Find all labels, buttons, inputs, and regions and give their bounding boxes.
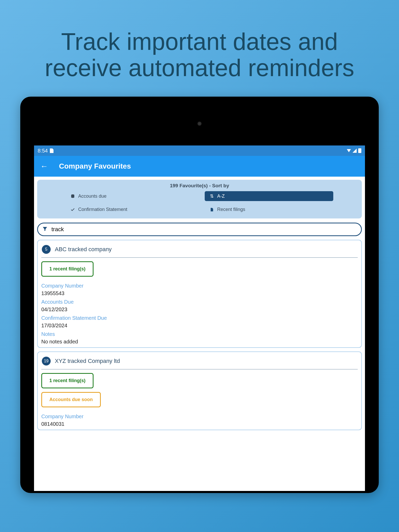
hero-headline: Track important dates and receive automa… bbox=[0, 0, 399, 97]
confirmation-due-value: 17/03/2024 bbox=[41, 323, 358, 329]
filter-input[interactable] bbox=[51, 226, 357, 233]
company-number-value: 08140031 bbox=[41, 421, 358, 427]
sort-panel: 199 Favourite(s) - Sort by Accounts due … bbox=[37, 180, 362, 218]
notes-value: No notes added bbox=[41, 339, 358, 345]
recent-filings-chip[interactable]: 1 recent filing(s) bbox=[41, 261, 94, 277]
recent-filings-chip[interactable]: 1 recent filing(s) bbox=[41, 373, 94, 388]
status-time: 8:54 bbox=[38, 148, 48, 154]
filings-count-badge: 19 bbox=[42, 357, 51, 365]
company-number-value: 13955543 bbox=[41, 290, 358, 296]
accounts-due-label: Accounts Due bbox=[41, 299, 358, 305]
file-icon bbox=[209, 207, 215, 212]
filings-count-badge: 5 bbox=[42, 245, 51, 254]
company-card[interactable]: 19 XYZ tracked Company ltd 1 recent fili… bbox=[37, 351, 362, 430]
confirmation-due-label: Confirmation Statement Due bbox=[41, 315, 358, 321]
sort-confirmation[interactable]: Confirmation Statement bbox=[66, 205, 194, 214]
sort-confirmation-label: Confirmation Statement bbox=[78, 207, 127, 212]
notes-label: Notes bbox=[41, 331, 358, 337]
company-number-label: Company Number bbox=[41, 414, 358, 420]
company-name: XYZ tracked Company ltd bbox=[55, 358, 120, 364]
filter-row[interactable] bbox=[37, 223, 362, 236]
appbar: ← Company Favourites bbox=[34, 156, 365, 177]
sort-accounts-due-label: Accounts due bbox=[78, 194, 107, 199]
company-name: ABC tracked company bbox=[55, 246, 112, 253]
battery-icon bbox=[358, 148, 361, 153]
sort-az-label: A-Z bbox=[217, 194, 225, 199]
sort-accounts-due[interactable]: Accounts due bbox=[66, 191, 194, 201]
tablet-camera bbox=[197, 122, 202, 126]
sort-recent-filings[interactable]: Recent filings bbox=[205, 205, 333, 214]
sort-recent-label: Recent filings bbox=[217, 207, 245, 212]
tablet-frame: 8:54 ← Company Favourites 199 Favourite(… bbox=[20, 97, 379, 493]
sdcard-icon bbox=[50, 148, 54, 153]
filter-icon bbox=[42, 226, 48, 233]
back-arrow-icon[interactable]: ← bbox=[40, 162, 48, 170]
wifi-icon bbox=[347, 149, 351, 152]
check-icon bbox=[70, 207, 76, 212]
page-title: Company Favourites bbox=[59, 162, 131, 170]
accounts-due-soon-chip[interactable]: Accounts due soon bbox=[41, 392, 101, 407]
stack-icon bbox=[70, 194, 76, 198]
signal-icon bbox=[353, 149, 357, 153]
sort-heading: 199 Favourite(s) - Sort by bbox=[42, 183, 357, 189]
app-screen: 8:54 ← Company Favourites 199 Favourite(… bbox=[34, 145, 365, 491]
sort-az[interactable]: ⇅ A-Z bbox=[205, 191, 333, 201]
company-card[interactable]: 5 ABC tracked company 1 recent filing(s)… bbox=[37, 240, 362, 348]
sort-az-icon: ⇅ bbox=[209, 193, 215, 199]
accounts-due-value: 04/12/2023 bbox=[41, 307, 358, 312]
company-number-label: Company Number bbox=[41, 283, 358, 289]
statusbar: 8:54 bbox=[34, 145, 365, 156]
